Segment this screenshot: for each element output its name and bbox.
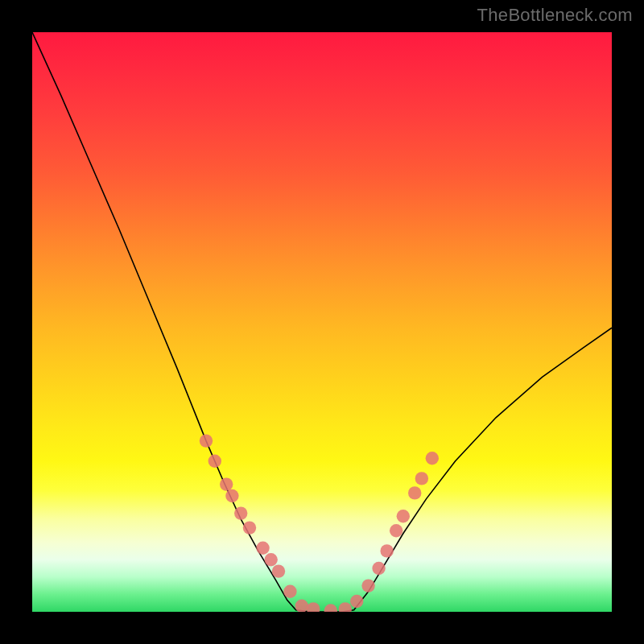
data-dot bbox=[272, 564, 285, 577]
data-dot bbox=[380, 544, 393, 557]
data-dot bbox=[234, 506, 247, 519]
data-dot bbox=[220, 477, 233, 490]
data-dot bbox=[361, 579, 374, 592]
data-dot bbox=[415, 472, 428, 485]
data-dot bbox=[256, 542, 269, 555]
data-dot bbox=[397, 510, 410, 522]
data-dot bbox=[307, 602, 320, 612]
chart-stage: TheBottleneck.com bbox=[0, 0, 644, 644]
data-dot bbox=[295, 600, 308, 612]
data-dot bbox=[200, 434, 213, 447]
data-dot bbox=[324, 604, 337, 612]
watermark-label: TheBottleneck.com bbox=[477, 5, 633, 26]
data-dot bbox=[283, 585, 296, 598]
data-dot bbox=[225, 489, 238, 502]
data-dot bbox=[264, 553, 277, 566]
data-dot bbox=[350, 595, 363, 608]
data-dot bbox=[372, 562, 385, 575]
bottleneck-curve bbox=[32, 32, 612, 612]
data-dot bbox=[390, 524, 402, 537]
data-dot bbox=[208, 455, 221, 468]
data-dot bbox=[339, 602, 352, 612]
chart-overlay bbox=[32, 32, 612, 612]
data-dot bbox=[243, 521, 256, 534]
data-dot bbox=[408, 486, 421, 499]
data-dot bbox=[426, 452, 439, 464]
data-dots bbox=[200, 434, 439, 612]
plot-area bbox=[32, 32, 612, 612]
